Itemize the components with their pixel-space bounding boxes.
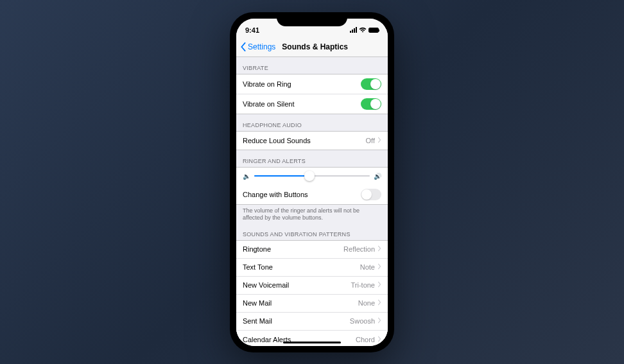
status-indicators <box>350 26 379 34</box>
switch-vibrate-silent[interactable] <box>361 98 381 110</box>
section-header-headphone: HEADPHONE AUDIO <box>236 114 388 131</box>
chevron-right-icon <box>377 245 381 253</box>
speaker-low-icon: 🔈 <box>243 173 250 180</box>
row-label: Vibrate on Ring <box>243 80 291 88</box>
row-value: Swoosh <box>350 317 375 325</box>
chevron-right-icon <box>377 281 381 289</box>
chevron-right-icon <box>377 299 381 307</box>
chevron-right-icon <box>377 317 381 325</box>
chevron-left-icon <box>240 42 247 51</box>
wifi-icon <box>359 26 367 34</box>
row-label: New Mail <box>243 299 272 307</box>
cellular-icon <box>350 27 357 33</box>
row-sound-item[interactable]: Calendar AlertsChord <box>236 331 388 346</box>
row-label: Reduce Loud Sounds <box>243 137 311 144</box>
row-sound-item[interactable]: New VoicemailTri-tone <box>236 277 388 295</box>
row-label: Sent Mail <box>243 317 272 325</box>
row-change-buttons: Change with Buttons <box>236 185 388 204</box>
row-volume-slider: 🔈 🔊 <box>236 168 388 185</box>
row-label: Text Tone <box>243 263 273 271</box>
row-label: Ringtone <box>243 245 271 253</box>
row-value: Note <box>360 263 375 271</box>
row-sound-item[interactable]: Text ToneNote <box>236 259 388 277</box>
row-vibrate-silent: Vibrate on Silent <box>236 94 388 114</box>
battery-icon <box>368 28 379 33</box>
row-reduce-loud[interactable]: Reduce Loud Sounds Off <box>236 132 388 150</box>
section-footer-ringer: The volume of the ringer and alerts will… <box>236 205 388 223</box>
back-button[interactable]: Settings <box>240 42 275 51</box>
nav-bar: Settings Sounds & Haptics <box>236 38 388 57</box>
switch-change-buttons[interactable] <box>361 189 381 200</box>
row-value: Reflection <box>343 245 375 253</box>
row-sound-item[interactable]: New MailNone <box>236 295 388 313</box>
back-label: Settings <box>248 42 275 51</box>
phone-notch <box>277 12 347 26</box>
chevron-right-icon <box>377 137 381 144</box>
chevron-right-icon <box>377 263 381 271</box>
row-value: Off <box>366 137 375 144</box>
section-header-sounds: SOUNDS AND VIBRATION PATTERNS <box>236 223 388 240</box>
section-header-ringer: RINGER AND ALERTS <box>236 150 388 167</box>
status-time: 9:41 <box>245 26 259 34</box>
row-vibrate-ring: Vibrate on Ring <box>236 74 388 94</box>
row-label: Change with Buttons <box>243 191 308 198</box>
row-sound-item[interactable]: RingtoneReflection <box>236 241 388 259</box>
screen: 9:41 Settings Sounds & Haptics VIBRATE V… <box>236 19 388 346</box>
row-sound-item[interactable]: Sent MailSwoosh <box>236 313 388 331</box>
row-value: None <box>358 299 375 307</box>
volume-slider[interactable] <box>254 175 370 177</box>
row-label: Vibrate on Silent <box>243 100 295 108</box>
content-scroll[interactable]: VIBRATE Vibrate on Ring Vibrate on Silen… <box>236 57 388 346</box>
home-indicator[interactable] <box>283 342 341 343</box>
row-value: Chord <box>356 336 375 343</box>
speaker-high-icon: 🔊 <box>374 173 381 180</box>
chevron-right-icon <box>377 336 381 343</box>
row-value: Tri-tone <box>351 281 376 289</box>
section-header-vibrate: VIBRATE <box>236 57 388 74</box>
row-label: New Voicemail <box>243 281 289 289</box>
phone-frame: 9:41 Settings Sounds & Haptics VIBRATE V… <box>230 12 394 352</box>
switch-vibrate-ring[interactable] <box>361 78 381 90</box>
page-title: Sounds & Haptics <box>282 42 348 51</box>
